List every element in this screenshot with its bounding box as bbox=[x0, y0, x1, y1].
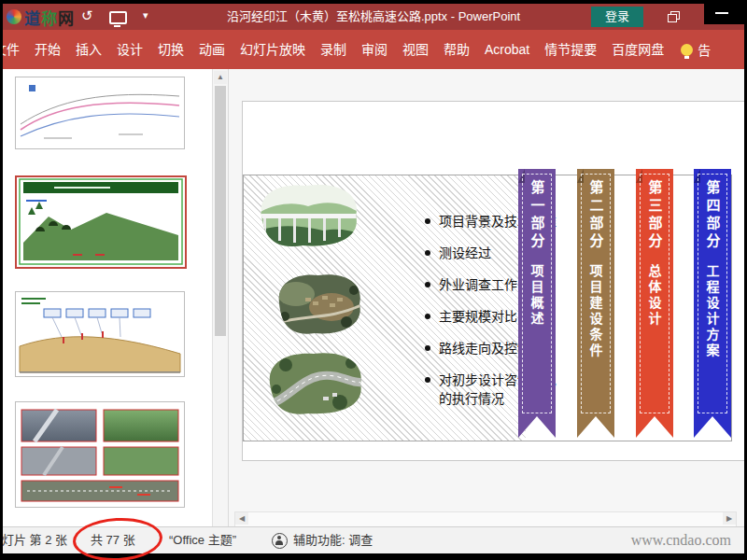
ribbon-fold bbox=[577, 169, 584, 183]
site-logo-text: 道称网 bbox=[24, 6, 75, 29]
photo-viaduct-bridge[interactable] bbox=[248, 180, 364, 255]
slide-thumbnail-panel: ▲ bbox=[3, 69, 212, 526]
slide-thumbnail-2-selected[interactable] bbox=[15, 175, 187, 269]
scrollbar-up-arrow-icon[interactable]: ▲ bbox=[214, 71, 227, 84]
ribbon-tab-bar: 文件 开始 插入 设计 切换 动画 幻灯片放映 录制 审阅 视图 帮助 Acro… bbox=[3, 30, 744, 69]
site-logo-icon bbox=[7, 9, 21, 24]
accessibility-status[interactable]: 辅助功能: 调查 bbox=[272, 527, 373, 553]
section-ribbon-3[interactable]: 第三部分总体设计 bbox=[636, 169, 673, 438]
slide-thumbnail-4[interactable] bbox=[15, 401, 185, 508]
scroll-right-arrow-icon[interactable]: ▶ bbox=[723, 512, 736, 525]
tab-home[interactable]: 开始 bbox=[27, 30, 68, 69]
powerpoint-window: 道称网 ↺ ▾ 沿河经印江（木黄）至松桃高速公路.pptx - PowerPoi… bbox=[0, 0, 747, 560]
watermark-url: www.cndao.com bbox=[631, 527, 731, 553]
thumbnail-1-route-map bbox=[16, 77, 184, 148]
slide-total-indicator: 共 77 张 bbox=[91, 527, 135, 553]
tell-me-label[interactable]: 告 bbox=[698, 40, 711, 59]
tab-design[interactable]: 设计 bbox=[109, 30, 150, 69]
minimize-icon[interactable] bbox=[715, 12, 728, 14]
ribbon-fold bbox=[518, 169, 525, 183]
login-button[interactable]: 登录 bbox=[591, 7, 643, 27]
photo-mountain-road[interactable] bbox=[258, 348, 368, 423]
undo-icon[interactable]: ↺ bbox=[81, 7, 93, 24]
tab-transitions[interactable]: 切换 bbox=[150, 30, 191, 69]
ribbon-fold bbox=[636, 169, 642, 183]
slide-thumbnail-3[interactable] bbox=[15, 291, 185, 377]
tab-file[interactable]: 文件 bbox=[3, 30, 27, 69]
horizontal-scrollbar[interactable]: ◀ ▶ bbox=[234, 511, 737, 526]
titlebar: 道称网 ↺ ▾ 沿河经印江（木黄）至松桃高速公路.pptx - PowerPoi… bbox=[3, 4, 744, 30]
tab-animations[interactable]: 动画 bbox=[191, 30, 233, 69]
accessibility-person-icon bbox=[272, 533, 288, 549]
tab-record[interactable]: 录制 bbox=[313, 30, 354, 69]
window-title: 沿河经印江（木黄）至松桃高速公路.pptx - PowerPoint bbox=[227, 4, 520, 30]
tell-me-lightbulb-icon[interactable] bbox=[681, 44, 693, 56]
tab-baidu-netdisk[interactable]: 百度网盘 bbox=[604, 30, 671, 69]
tab-review[interactable]: 审阅 bbox=[354, 30, 395, 69]
tab-insert[interactable]: 插入 bbox=[68, 30, 109, 69]
section-ribbon-1[interactable]: 第一部分项目概述 bbox=[518, 169, 556, 438]
tab-acrobat[interactable]: Acrobat bbox=[477, 30, 537, 69]
monitor-icon[interactable] bbox=[109, 11, 127, 24]
thumbnail-scrollbar[interactable]: ▲ bbox=[212, 69, 229, 526]
scrollbar-thumb[interactable] bbox=[215, 86, 226, 336]
tab-view[interactable]: 视图 bbox=[395, 30, 436, 69]
tab-storyboard[interactable]: 情节提要 bbox=[537, 30, 604, 69]
window-controls-corner bbox=[704, 0, 747, 24]
qat-dropdown-icon[interactable]: ▾ bbox=[143, 9, 148, 21]
workspace: ▲ bbox=[3, 69, 744, 526]
tab-help[interactable]: 帮助 bbox=[436, 30, 477, 69]
ribbon-fold bbox=[694, 169, 700, 183]
slide-canvas: 项目背景及技术标准 测设经过 外业调查工作 主要规模对比 路线走向及控制 对初步… bbox=[228, 69, 744, 526]
tab-slideshow[interactable]: 幻灯片放映 bbox=[233, 30, 313, 69]
thumbnail-3-cross-section bbox=[16, 292, 184, 376]
site-logo: 道称网 bbox=[7, 7, 75, 27]
section-ribbon-2[interactable]: 第二部分项目建设条件 bbox=[577, 169, 614, 438]
theme-name: “Office 主题” bbox=[169, 527, 236, 553]
scroll-left-arrow-icon[interactable]: ◀ bbox=[235, 512, 248, 525]
ribbon-tabs: 文件 开始 插入 设计 切换 动画 幻灯片放映 录制 审阅 视图 帮助 Acro… bbox=[3, 30, 744, 69]
thumbnail-2-terrain bbox=[17, 177, 185, 267]
slide-number-indicator[interactable]: 幻灯片 第 2 张 bbox=[3, 527, 67, 553]
slide-thumbnail-1[interactable] bbox=[15, 77, 185, 149]
restore-window-icon[interactable] bbox=[668, 11, 680, 22]
thumbnail-4-photos bbox=[16, 402, 184, 507]
section-ribbon-4[interactable]: 第四部分工程设计方案 bbox=[694, 169, 731, 438]
statusbar: 幻灯片 第 2 张 共 77 张 “Office 主题” 辅助功能: 调查 ww… bbox=[3, 526, 744, 553]
current-slide[interactable]: 项目背景及技术标准 测设经过 外业调查工作 主要规模对比 路线走向及控制 对初步… bbox=[242, 101, 744, 461]
photo-aerial-village[interactable] bbox=[268, 270, 367, 343]
